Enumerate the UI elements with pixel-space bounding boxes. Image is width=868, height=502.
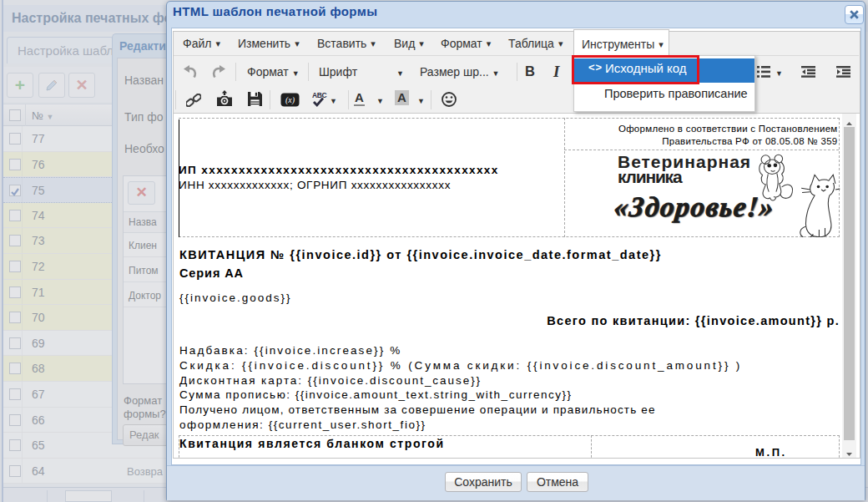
svg-text:ABC: ABC (312, 91, 326, 99)
svg-text:(x): (x) (285, 95, 295, 105)
